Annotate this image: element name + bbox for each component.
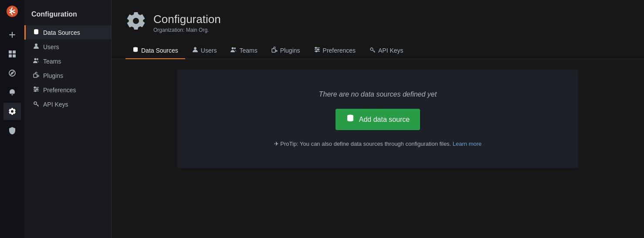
protip-message: ProTip: You can also define data sources… bbox=[280, 141, 451, 147]
add-data-source-button[interactable]: Add data source bbox=[336, 109, 420, 130]
svg-point-26 bbox=[315, 47, 316, 49]
svg-point-16 bbox=[35, 91, 36, 92]
tab-users[interactable]: Users bbox=[185, 42, 224, 59]
svg-point-29 bbox=[370, 48, 373, 50]
sidebar-item-plugins[interactable]: Plugins bbox=[24, 68, 111, 83]
plugins-icon bbox=[33, 72, 40, 79]
svg-point-7 bbox=[35, 44, 37, 46]
add-data-source-icon bbox=[346, 114, 355, 125]
protip-text: ✈ ProTip: You can also define data sourc… bbox=[274, 141, 482, 147]
tab-plugins-icon bbox=[271, 47, 278, 54]
rocket-icon: ✈ bbox=[274, 141, 279, 147]
svg-point-28 bbox=[315, 51, 317, 52]
page-subtitle: Organization: Main Org. bbox=[153, 27, 221, 33]
tab-users-icon bbox=[192, 47, 198, 54]
main-content: Configuration Organization: Main Org. Da… bbox=[112, 0, 644, 238]
tab-teams[interactable]: Teams bbox=[224, 42, 264, 59]
tab-data-sources[interactable]: Data Sources bbox=[125, 42, 185, 59]
empty-state-box: There are no data sources defined yet Ad… bbox=[177, 70, 578, 168]
add-data-source-label: Add data source bbox=[359, 116, 410, 124]
tab-data-sources-label: Data Sources bbox=[141, 47, 178, 54]
svg-point-14 bbox=[34, 87, 36, 88]
tab-data-sources-icon bbox=[132, 47, 139, 54]
sidebar-item-data-sources-label: Data Sources bbox=[43, 29, 80, 36]
app-logo[interactable] bbox=[4, 3, 20, 19]
tab-teams-label: Teams bbox=[239, 47, 257, 54]
svg-point-27 bbox=[317, 49, 319, 50]
nav-shield-button[interactable] bbox=[3, 122, 21, 139]
tab-api-keys[interactable]: API Keys bbox=[363, 42, 410, 59]
config-gear-icon bbox=[125, 10, 146, 35]
content-area: There are no data sources defined yet Ad… bbox=[112, 59, 644, 238]
page-header: Configuration Organization: Main Org. bbox=[112, 0, 644, 35]
sidebar-item-api-keys[interactable]: API Keys bbox=[24, 97, 111, 111]
sidebar-item-data-sources[interactable]: Data Sources bbox=[24, 25, 111, 40]
svg-rect-1 bbox=[9, 50, 12, 54]
svg-rect-22 bbox=[272, 49, 275, 52]
sidebar-item-preferences-label: Preferences bbox=[43, 87, 76, 94]
left-nav bbox=[0, 0, 24, 238]
svg-point-21 bbox=[234, 47, 236, 49]
nav-add-button[interactable] bbox=[3, 26, 21, 44]
svg-point-20 bbox=[232, 47, 234, 50]
svg-point-19 bbox=[194, 47, 197, 50]
data-sources-icon bbox=[33, 29, 40, 36]
svg-point-17 bbox=[34, 102, 37, 104]
tab-preferences-icon bbox=[314, 47, 320, 54]
tab-teams-icon bbox=[230, 47, 237, 54]
svg-point-9 bbox=[37, 58, 38, 60]
svg-rect-2 bbox=[13, 50, 16, 54]
users-icon bbox=[33, 43, 40, 50]
tab-plugins-label: Plugins bbox=[280, 47, 300, 54]
sidebar-item-teams-label: Teams bbox=[43, 58, 61, 65]
sidebar-item-preferences[interactable]: Preferences bbox=[24, 83, 111, 97]
tab-plugins[interactable]: Plugins bbox=[264, 42, 307, 59]
tab-preferences[interactable]: Preferences bbox=[307, 42, 363, 59]
teams-icon bbox=[33, 57, 40, 65]
tab-api-keys-label: API Keys bbox=[378, 47, 403, 54]
nav-explore-button[interactable] bbox=[3, 64, 21, 82]
svg-rect-3 bbox=[9, 54, 12, 57]
sidebar-title: Configuration bbox=[24, 7, 111, 25]
svg-rect-10 bbox=[34, 74, 37, 77]
sidebar-item-users[interactable]: Users bbox=[24, 40, 111, 54]
tab-preferences-label: Preferences bbox=[323, 47, 356, 54]
sidebar-panel: Configuration Data Sources Users Teams P… bbox=[24, 0, 112, 238]
tab-api-keys-icon bbox=[369, 47, 376, 54]
tab-users-label: Users bbox=[201, 47, 217, 54]
tabs-bar: Data Sources Users Teams Plugins Prefere… bbox=[112, 42, 644, 59]
preferences-icon bbox=[33, 86, 40, 94]
sidebar-item-plugins-label: Plugins bbox=[43, 72, 63, 79]
svg-point-15 bbox=[37, 89, 38, 90]
api-keys-icon bbox=[33, 101, 40, 108]
nav-alerting-button[interactable] bbox=[3, 84, 21, 101]
sidebar-item-users-label: Users bbox=[43, 44, 59, 50]
page-title: Configuration bbox=[153, 13, 221, 26]
sidebar-item-api-keys-label: API Keys bbox=[43, 101, 68, 108]
nav-dashboards-button[interactable] bbox=[3, 45, 21, 63]
sidebar-item-teams[interactable]: Teams bbox=[24, 54, 111, 68]
learn-more-link[interactable]: Learn more bbox=[453, 141, 481, 147]
nav-configuration-button[interactable] bbox=[3, 103, 21, 120]
svg-point-8 bbox=[34, 58, 37, 60]
svg-rect-4 bbox=[13, 54, 16, 57]
empty-state-message: There are no data sources defined yet bbox=[319, 91, 437, 98]
page-header-text: Configuration Organization: Main Org. bbox=[153, 13, 221, 33]
